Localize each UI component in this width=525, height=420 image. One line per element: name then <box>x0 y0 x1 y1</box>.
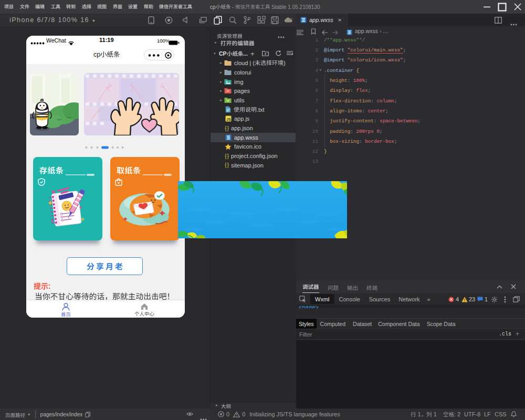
svg-text:JS: JS <box>226 118 231 121</box>
